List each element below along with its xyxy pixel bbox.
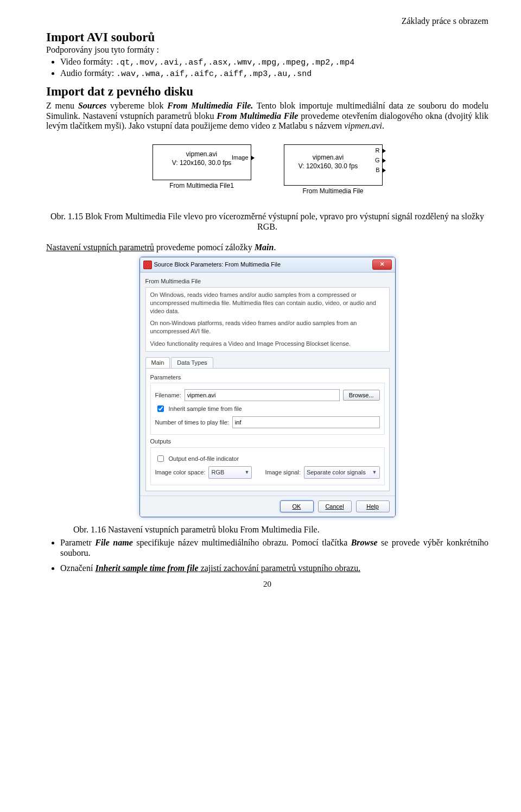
description-line: On Windows, reads video frames and/or au… [150,291,385,315]
page-header: Základy práce s obrazem [46,16,488,26]
block-right-wrap: vipmen.avi V: 120x160, 30.0 fps R G B Fr… [284,144,383,195]
subline-formats: Podporovány jsou tyto formáty : [46,45,488,55]
inherit-label: Inherit sample time from file [169,405,242,413]
loop-label: Number of times to play file: [155,419,229,426]
simulink-block-left: vipmen.avi V: 120x160, 30.0 fps Image [153,144,251,180]
t: From Multimedia File. [167,101,253,110]
t: V: 120x160, 30.0 fps [172,159,232,167]
t: . [274,243,276,252]
port-triangle-icon [383,149,386,153]
port-label-g: G [375,157,380,164]
t: File name [95,538,133,547]
t: From Multimedia File [217,111,298,120]
block-caption: From Multimedia File1 [153,182,251,190]
help-button[interactable]: Help [356,500,390,512]
dialog-body: From Multimedia File On Windows, reads v… [140,272,395,496]
window-title: Source Block Parameters: From Multimedia… [154,261,281,268]
group-title: From Multimedia File [145,278,390,285]
description-box: On Windows, reads video frames and/or au… [145,287,390,352]
t: Inherit sample time from file [95,563,198,573]
loop-input[interactable] [232,416,380,428]
t: Sources [78,101,106,110]
tabs: Main Data Types [145,357,390,368]
tab-data-types[interactable]: Data Types [171,357,213,368]
t: provedeme pomocí záložky [154,243,255,252]
is-label: Image signal: [265,469,300,476]
simulink-block-right: vipmen.avi V: 120x160, 30.0 fps R G B [284,144,383,186]
dialog-wrap: Source Block Parameters: From Multimedia… [46,257,488,517]
tab-main[interactable]: Main [145,357,170,368]
list-item: Audio formáty: .wav,.wma,.aif,.aifc,.aif… [60,68,488,79]
t: zajistí zachování parametrů vstupního ob… [199,563,361,573]
dialog-button-row: OK Cancel Help [140,496,395,517]
block-left-wrap: vipmen.avi V: 120x160, 30.0 fps Image Fr… [153,144,251,195]
paragraph: Z menu Sources vybereme blok From Multim… [46,101,488,131]
list-item: Parametr File name specifikuje název mul… [60,538,488,558]
t: Parametr [60,538,95,547]
t: . [382,121,384,130]
t: vipmen.avi [186,150,217,158]
dropdown-value: Separate color signals [307,469,366,476]
figure-caption-16: Obr. 1.16 Nastavení vstupních parametrů … [73,525,488,535]
ok-button[interactable]: OK [280,500,314,512]
inherit-checkbox[interactable] [157,405,164,412]
port-label-r: R [376,147,380,154]
paragraph: Nastavení vstupních parametrů provedeme … [46,243,488,252]
code: .wav,.wma,.aif,.aifc,.aiff,.mp3,.au,.snd [116,69,312,79]
section-parameters: Parameters [150,374,385,381]
filename-label: Filename: [155,392,181,399]
simulink-blocks: vipmen.avi V: 120x160, 30.0 fps Image Fr… [46,144,488,195]
heading-import-disk: Import dat z pevného disku [46,85,488,99]
block-caption: From Multimedia File [284,188,383,195]
t: vipmen.avi [313,154,344,161]
t: specifikuje název multimediálního obrazu… [133,538,351,547]
ics-label: Image color space: [155,469,206,476]
chevron-down-icon: ▼ [245,470,250,475]
figure-caption-15: Obr. 1.15 Blok From Multimedia File vlev… [46,212,488,232]
list-item: Označení Inherit sample time from file z… [60,563,488,573]
port-label-b: B [376,167,379,174]
eof-checkbox[interactable] [157,455,164,462]
description-line: On non-Windows platforms, reads video fr… [150,319,385,335]
t: Main [255,243,274,252]
browse-button[interactable]: Browse... [343,390,380,401]
t: V: 120x160, 30.0 fps [298,162,358,170]
t: vybereme blok [106,101,167,110]
close-button[interactable]: ✕ [372,259,392,270]
t: vipmen.avi [344,121,382,130]
port-label: Image [232,154,249,161]
port-triangle-icon [383,168,386,173]
label: Audio formáty: [60,68,114,78]
port-triangle-icon [251,156,255,160]
eof-label: Output end-of-file indicator [169,455,239,462]
chevron-down-icon: ▼ [372,470,377,475]
app-icon [143,261,152,269]
description-line: Video functionality requires a Video and… [150,340,385,348]
cancel-button[interactable]: Cancel [318,500,352,512]
tab-panel-main: Parameters Filename: Browse... Inherit s… [145,368,390,491]
t: Browse [351,538,378,547]
heading-import-avi: Import AVI souborů [46,30,488,45]
titlebar: Source Block Parameters: From Multimedia… [140,257,395,272]
dialog-window: Source Block Parameters: From Multimedia… [139,257,396,517]
port-triangle-icon [383,158,386,163]
t: Označení [60,563,95,573]
ics-dropdown[interactable]: RGB▼ [208,466,252,479]
code: .qt,.mov,.avi,.asf,.asx,.wmv,.mpg,.mpeg,… [115,58,354,67]
section-outputs: Outputs [150,438,385,445]
list-item: Video formáty: .qt,.mov,.avi,.asf,.asx,.… [60,57,488,67]
page-number: 20 [46,580,488,589]
filename-input[interactable] [185,389,340,401]
dropdown-value: RGB [211,469,224,476]
t: Nastavení vstupních parametrů [46,243,154,252]
label: Video formáty: [60,57,113,66]
is-dropdown[interactable]: Separate color signals▼ [304,466,380,479]
t: Z menu [46,101,78,110]
